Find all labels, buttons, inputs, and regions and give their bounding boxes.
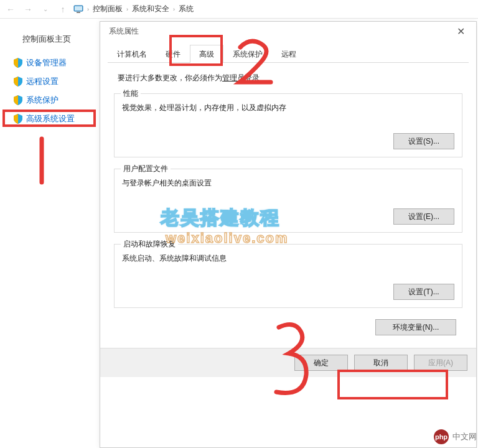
sidebar-item-label: 远程设置 bbox=[26, 76, 59, 87]
shield-icon bbox=[14, 114, 22, 124]
sidebar-item-label: 设备管理器 bbox=[26, 57, 67, 68]
group-desc: 视觉效果，处理器计划，内存使用，以及虚拟内存 bbox=[122, 103, 454, 113]
nav-back-icon[interactable]: ← bbox=[4, 2, 17, 16]
shield-icon bbox=[14, 58, 22, 68]
breadcrumb[interactable]: › 控制面板 › 系统和安全 › 系统 bbox=[87, 4, 194, 14]
dialog-footer: 确定 取消 应用(A) bbox=[100, 348, 476, 377]
chevron-right-icon: › bbox=[126, 6, 128, 12]
shield-icon bbox=[14, 77, 22, 86]
nav-forward-icon[interactable]: → bbox=[21, 2, 35, 16]
admin-note: 要进行大多数更改，你必须作为管理员登录 bbox=[114, 73, 462, 83]
sidebar-item-device-manager[interactable]: 设备管理器 bbox=[14, 57, 93, 68]
tab-system-protection[interactable]: 系统保护 bbox=[223, 45, 272, 63]
dialog-titlebar: 系统属性 ✕ bbox=[100, 22, 476, 40]
sidebar: 控制面板主页 设备管理器 远程设置 系统保护 高级系统设置 bbox=[0, 19, 100, 448]
sidebar-item-label: 系统保护 bbox=[26, 95, 59, 106]
crumb-system-security[interactable]: 系统和安全 bbox=[132, 4, 169, 14]
sidebar-item-label: 高级系统设置 bbox=[26, 113, 75, 124]
apply-button[interactable]: 应用(A) bbox=[414, 355, 467, 371]
environment-variables-button[interactable]: 环境变量(N)... bbox=[375, 319, 456, 335]
user-profiles-settings-button[interactable]: 设置(E)... bbox=[393, 208, 454, 225]
tab-hardware[interactable]: 硬件 bbox=[156, 45, 190, 63]
ok-button[interactable]: 确定 bbox=[294, 355, 348, 371]
close-icon[interactable]: ✕ bbox=[451, 23, 471, 40]
group-desc: 与登录帐户相关的桌面设置 bbox=[122, 178, 454, 189]
group-label: 启动和故障恢复 bbox=[121, 239, 178, 250]
system-properties-dialog: 系统属性 ✕ 计算机名 硬件 高级 系统保护 远程 要进行大多数更改，你必须作为… bbox=[100, 21, 477, 448]
tab-strip: 计算机名 硬件 高级 系统保护 远程 bbox=[100, 40, 476, 62]
dialog-title: 系统属性 bbox=[109, 26, 139, 37]
explorer-topbar: ← → ⌄ ↑ › 控制面板 › 系统和安全 › 系统 bbox=[0, 0, 478, 19]
brand-badge: php 中文网 bbox=[434, 429, 477, 444]
svg-rect-2 bbox=[77, 12, 80, 13]
sidebar-item-system-protection[interactable]: 系统保护 bbox=[14, 95, 93, 106]
brand-text: 中文网 bbox=[452, 431, 477, 442]
svg-rect-1 bbox=[75, 6, 82, 11]
sidebar-item-advanced-system-settings[interactable]: 高级系统设置 bbox=[14, 113, 93, 124]
sidebar-title: 控制面板主页 bbox=[14, 34, 93, 45]
startup-recovery-settings-button[interactable]: 设置(T)... bbox=[393, 284, 454, 300]
brand-logo-icon: php bbox=[434, 429, 449, 444]
tab-computer-name[interactable]: 计算机名 bbox=[108, 45, 156, 63]
group-startup-recovery: 启动和故障恢复 系统启动、系统故障和调试信息 设置(T)... bbox=[114, 244, 462, 308]
crumb-system[interactable]: 系统 bbox=[179, 4, 194, 14]
group-performance: 性能 视觉效果，处理器计划，内存使用，以及虚拟内存 设置(S)... bbox=[114, 93, 462, 157]
sidebar-item-remote-settings[interactable]: 远程设置 bbox=[14, 76, 93, 87]
tab-remote[interactable]: 远程 bbox=[272, 45, 306, 63]
group-label: 性能 bbox=[121, 88, 141, 99]
tab-content-advanced: 要进行大多数更改，你必须作为管理员登录 性能 视觉效果，处理器计划，内存使用，以… bbox=[108, 62, 469, 348]
cancel-button[interactable]: 取消 bbox=[354, 355, 408, 371]
group-desc: 系统启动、系统故障和调试信息 bbox=[122, 253, 454, 264]
admin-login-link[interactable]: 管理员登录 bbox=[222, 73, 260, 82]
group-user-profiles: 用户配置文件 与登录帐户相关的桌面设置 设置(E)... bbox=[114, 169, 462, 233]
chevron-right-icon: › bbox=[173, 6, 175, 12]
group-label: 用户配置文件 bbox=[121, 164, 171, 174]
computer-icon bbox=[73, 5, 83, 14]
crumb-control-panel[interactable]: 控制面板 bbox=[93, 4, 123, 14]
nav-up-icon[interactable]: ↑ bbox=[56, 2, 70, 16]
performance-settings-button[interactable]: 设置(S)... bbox=[393, 133, 454, 149]
chevron-right-icon: › bbox=[87, 6, 89, 12]
tab-advanced[interactable]: 高级 bbox=[190, 45, 223, 63]
shield-icon bbox=[14, 95, 22, 105]
nav-chevron-down-icon[interactable]: ⌄ bbox=[39, 2, 52, 16]
